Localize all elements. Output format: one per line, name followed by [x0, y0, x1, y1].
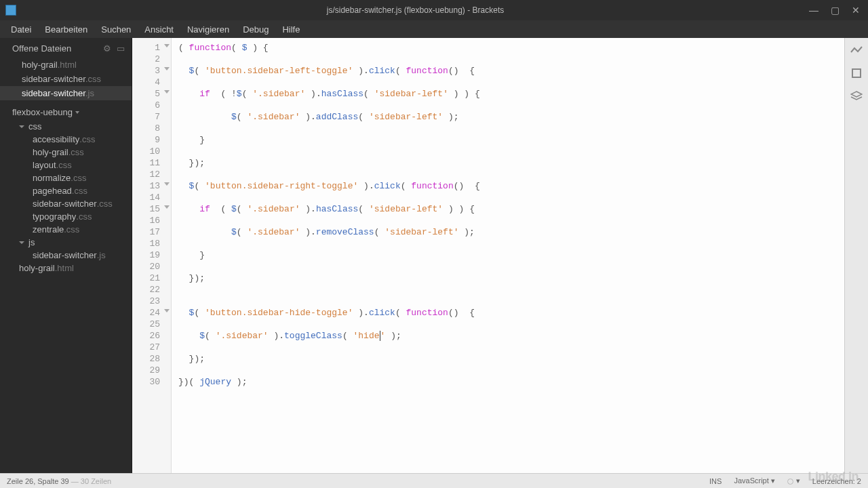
code-line — [178, 100, 844, 111]
code-line — [178, 77, 844, 88]
code-line: } — [178, 134, 844, 146]
tree-file-item[interactable]: pagehead.css — [0, 184, 132, 197]
open-file-item[interactable]: holy-grail.html — [0, 58, 132, 72]
app-icon — [5, 5, 16, 16]
line-number: 17 — [132, 226, 171, 238]
code-line — [178, 123, 844, 134]
code-line: $( 'button.sidebar-left-toggle' ).click(… — [178, 65, 844, 77]
split-view-icon[interactable]: ▭ — [117, 43, 125, 54]
tree-file-item[interactable]: layout.css — [0, 159, 132, 171]
title-bar: js/sidebar-switcher.js (flexbox-uebung) … — [0, 0, 868, 20]
editor-area[interactable]: 1234567891011121314151617181920212223242… — [132, 38, 844, 473]
line-number: 13 — [132, 180, 171, 192]
folder-js[interactable]: js — [0, 236, 132, 249]
code-line: $( '.sidebar' ).addClass( 'sidebar-left'… — [178, 111, 844, 123]
line-number: 23 — [132, 296, 171, 307]
maximize-icon[interactable]: ▢ — [831, 5, 840, 16]
code-line: $( '.sidebar' ).removeClass( 'sidebar-le… — [178, 226, 844, 238]
line-number: 26 — [132, 330, 171, 342]
extension-manager-icon[interactable] — [850, 68, 863, 79]
open-files-list: holy-grail.htmlsidebar-switcher.csssideb… — [0, 58, 132, 100]
menu-ansicht[interactable]: Ansicht — [138, 22, 180, 37]
menu-datei[interactable]: Datei — [4, 22, 38, 37]
line-number: 20 — [132, 261, 171, 272]
menu-navigieren[interactable]: Navigieren — [180, 22, 236, 37]
language-mode[interactable]: JavaScript ▾ — [734, 476, 774, 485]
minimize-icon[interactable]: — — [809, 5, 818, 16]
line-number: 6 — [132, 100, 171, 111]
code-line: if ( $( '.sidebar' ).hasClass( 'sidebar-… — [178, 203, 844, 215]
layers-icon[interactable] — [850, 91, 863, 102]
line-number: 5 — [132, 88, 171, 100]
lint-status[interactable]: ▾ — [787, 476, 800, 485]
code-line — [178, 192, 844, 203]
fold-caret-icon[interactable] — [164, 182, 170, 186]
right-toolbar — [844, 38, 868, 473]
line-number: 8 — [132, 123, 171, 134]
code-line: if ( !$( '.sidebar' ).hasClass( 'sidebar… — [178, 88, 844, 100]
code-line: $( 'button.sidebar-hide-toggle' ).click(… — [178, 307, 844, 319]
svg-rect-0 — [852, 69, 861, 77]
tree-file-item[interactable]: typography.css — [0, 210, 132, 223]
project-title[interactable]: flexbox-uebung — [0, 100, 132, 120]
line-number: 21 — [132, 272, 171, 284]
line-number: 27 — [132, 342, 171, 353]
code-line: $( '.sidebar' ).toggleClass( 'hide' ); — [178, 330, 844, 342]
svg-marker-1 — [851, 92, 862, 97]
tree-file-item[interactable]: sidebar-switcher.js — [0, 249, 132, 262]
open-files-header: Offene Dateien ⚙ ▭ — [0, 38, 132, 58]
code-line — [178, 319, 844, 330]
line-count: 30 Zeilen — [81, 477, 111, 485]
line-number: 19 — [132, 249, 171, 261]
code-line — [178, 261, 844, 272]
cursor-position[interactable]: Zeile 26, Spalte 39 — [7, 477, 69, 485]
fold-caret-icon[interactable] — [164, 44, 170, 47]
folder-label: css — [28, 121, 42, 131]
tree-file-item[interactable]: sidebar-switcher.css — [0, 197, 132, 210]
tree-file-item[interactable]: holy-grail.css — [0, 146, 132, 159]
code-line — [178, 342, 844, 353]
code-line: }); — [178, 157, 844, 169]
workspace: Offene Dateien ⚙ ▭ holy-grail.htmlsideba… — [0, 38, 868, 473]
line-number: 30 — [132, 376, 171, 388]
line-number: 16 — [132, 215, 171, 226]
menu-suchen[interactable]: Suchen — [94, 22, 138, 37]
gear-icon[interactable]: ⚙ — [103, 43, 111, 54]
code-line — [178, 54, 844, 65]
open-file-item[interactable]: sidebar-switcher.css — [0, 72, 132, 86]
code-line — [178, 284, 844, 296]
code-line — [178, 146, 844, 157]
tree-file-item[interactable]: zentrale.css — [0, 223, 132, 236]
code-line — [178, 215, 844, 226]
code-line — [178, 169, 844, 180]
fold-caret-icon[interactable] — [164, 90, 170, 94]
menu-debug[interactable]: Debug — [236, 22, 275, 37]
menu-bar: DateiBearbeitenSuchenAnsichtNavigierenDe… — [0, 20, 868, 38]
line-number: 12 — [132, 169, 171, 180]
line-number: 28 — [132, 353, 171, 365]
live-preview-icon[interactable] — [850, 45, 863, 56]
code-line: })( jQuery ); — [178, 376, 844, 388]
line-number: 24 — [132, 307, 171, 319]
fold-caret-icon[interactable] — [164, 309, 170, 312]
line-number: 25 — [132, 319, 171, 330]
code-line: } — [178, 249, 844, 261]
tree-file-item[interactable]: holy-grail.html — [0, 262, 132, 274]
insert-mode[interactable]: INS — [709, 477, 722, 485]
window-controls: — ▢ ✕ — [809, 5, 868, 16]
line-number: 10 — [132, 146, 171, 157]
code-content[interactable]: ( function( $ ) { $( 'button.sidebar-lef… — [172, 38, 844, 473]
close-icon[interactable]: ✕ — [852, 5, 860, 16]
folder-label: js — [28, 237, 35, 247]
fold-caret-icon[interactable] — [164, 205, 170, 209]
line-number: 22 — [132, 284, 171, 296]
tree-file-item[interactable]: accessibility.css — [0, 133, 132, 146]
menu-hilfe[interactable]: Hilfe — [275, 22, 307, 37]
tree-file-item[interactable]: normalize.css — [0, 171, 132, 184]
sidebar: Offene Dateien ⚙ ▭ holy-grail.htmlsideba… — [0, 38, 132, 473]
menu-bearbeiten[interactable]: Bearbeiten — [38, 22, 94, 37]
fold-caret-icon[interactable] — [164, 67, 170, 70]
folder-css[interactable]: css — [0, 120, 132, 133]
open-file-item[interactable]: sidebar-switcher.js — [0, 86, 132, 100]
line-number: 1 — [132, 42, 171, 54]
